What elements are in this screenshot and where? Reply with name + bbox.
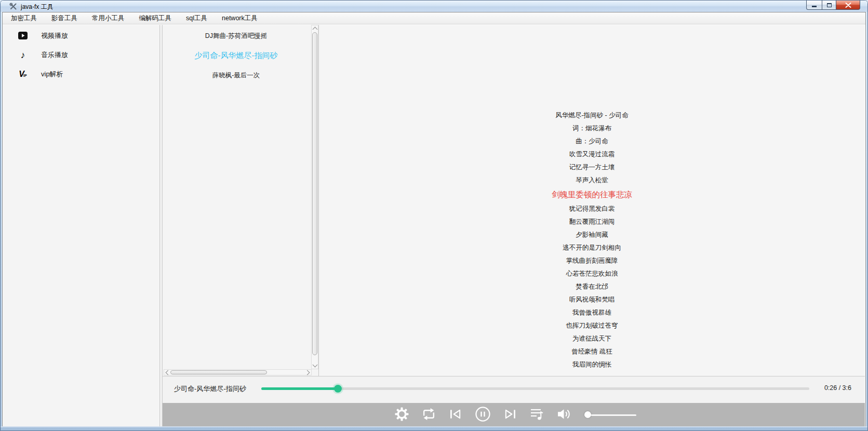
volume-thumb[interactable] [584,411,591,418]
progress-track[interactable] [261,387,809,390]
time-display: 0:26 / 3:6 [824,384,851,392]
pause-icon [475,406,491,424]
lyric-line: 曲：少司命 [319,135,865,148]
previous-icon [450,408,462,422]
control-bar [163,403,865,427]
lyric-line: 也挥刀划破过苍穹 [319,319,865,332]
repeat-button[interactable] [420,407,437,423]
playlist-panel: DJ舞曲-苏荷酒吧慢摇少司命-风华燃尽-指间砂薛晓枫-最后一次 [163,25,319,376]
lyric-line: 曾经豪情 疏狂 [319,345,865,358]
volume-track[interactable] [584,414,636,416]
sidebar-item-label: 视频播放 [41,31,68,41]
playlist-vertical-scrollbar[interactable] [311,25,318,369]
player-bar: 少司命-风华燃尽-指间砂 0:26 / 3:6 [163,376,865,403]
lyric-line: 我眉间的惆怅 [319,358,865,371]
menu-item-3[interactable]: 编解码工具 [132,12,179,24]
playlist-button[interactable] [528,407,545,423]
settings-icon [395,407,409,423]
sidebar-item-label: vip解析 [41,70,63,79]
vertical-scroll-thumb[interactable] [312,32,317,355]
lyric-line: 记忆寻一方土壤 [319,161,865,174]
playlist-item-0[interactable]: DJ舞曲-苏荷酒吧慢摇 [163,26,310,46]
scroll-right-icon[interactable] [305,369,311,375]
lyric-line: 掌线曲折刻画魔障 [319,254,865,267]
pause-button[interactable] [474,407,491,423]
lyric-line: 琴声入松堂 [319,174,865,187]
menu-bar: 加密工具影音工具常用小工具编解码工具sql工具network工具 [3,12,865,24]
next-button[interactable] [501,407,518,423]
next-icon [504,408,516,422]
minimize-icon [812,6,817,7]
music-note-icon: ♪ [17,50,29,60]
menu-item-5[interactable]: network工具 [215,12,265,24]
lyric-line: 我曾傲视群雄 [319,306,865,319]
volume-icon [557,407,571,423]
app-tools-icon [9,3,17,10]
lyric-line: 夕影袖间藏 [319,228,865,241]
close-icon [845,3,851,8]
playlist-item-active[interactable]: 少司命-风华燃尽-指间砂 [163,46,310,65]
lyric-line: 吹雪又漫过流霜 [319,148,865,161]
settings-button[interactable] [393,407,410,423]
window-bottom-frame [1,426,867,430]
repeat-icon [422,407,436,423]
vip-icon: VIP [17,70,29,78]
video-play-icon [17,32,29,39]
now-playing-title: 少司命-风华燃尽-指间砂 [174,384,246,394]
horizontal-scroll-thumb[interactable] [170,370,267,374]
lyric-line: 翻云覆雨江湖闯 [319,216,865,228]
lyric-line: 心若苍茫悲欢如浪 [319,267,865,280]
maximize-button[interactable] [822,1,836,10]
progress-slider[interactable] [261,385,809,392]
volume-slider[interactable] [581,409,639,421]
playlist-icon [530,407,543,423]
menu-item-1[interactable]: 影音工具 [44,12,85,24]
scroll-down-icon[interactable] [312,362,318,369]
volume-button[interactable] [555,407,572,423]
maximize-icon [827,3,832,7]
menu-item-0[interactable]: 加密工具 [4,12,44,24]
lyric-line: 风华燃尽-指间砂 - 少司命 [319,109,865,122]
lyric-line: 词：烟花瀑布 [319,122,865,135]
sidebar-item-2[interactable]: VIPvip解析 [3,64,159,84]
sidebar-item-1[interactable]: ♪音乐播放 [3,45,159,64]
sidebar: 视频播放♪音乐播放VIPvip解析 [3,25,159,427]
lyric-line: 逃不开的是刀剑相向 [319,241,865,254]
minimize-button[interactable] [806,1,822,10]
previous-button[interactable] [447,407,464,423]
progress-fill [261,387,338,390]
playlist-horizontal-scrollbar[interactable] [164,369,312,375]
scroll-up-icon[interactable] [312,25,318,32]
progress-thumb[interactable] [334,385,342,393]
window-title: java-fx 工具 [21,3,54,11]
sidebar-item-0[interactable]: 视频播放 [3,26,159,45]
lyric-line: 为谁征战天下 [319,332,865,345]
playlist-item-2[interactable]: 薛晓枫-最后一次 [163,65,310,85]
lyric-line: 犹记得黑发白裳 [319,203,865,216]
title-bar[interactable]: java-fx 工具 [1,1,867,12]
lyric-line-current: 剑魄里委顿的往事悲凉 [319,187,865,203]
app-window: java-fx 工具 加密工具影音工具常用小工具编解码工具sql工具networ… [0,0,868,431]
lyric-line: 焚香在北邙 [319,280,865,293]
lyric-line: 听风祝颂和梵唱 [319,293,865,306]
sidebar-item-label: 音乐播放 [41,50,68,60]
scroll-left-icon[interactable] [164,369,170,375]
menu-item-2[interactable]: 常用小工具 [85,12,132,24]
lyrics-panel: 风华燃尽-指间砂 - 少司命词：烟花瀑布曲：少司命吹雪又漫过流霜记忆寻一方土壤琴… [319,25,865,376]
menu-item-4[interactable]: sql工具 [179,12,215,24]
close-button[interactable] [836,1,860,10]
